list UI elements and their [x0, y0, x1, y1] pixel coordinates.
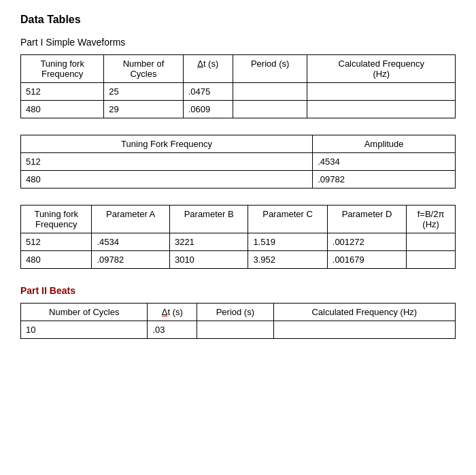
- t3-r2-c3: 3010: [169, 251, 248, 269]
- t1-r1-c3: .0475: [183, 83, 233, 101]
- part1-title: Part I Simple Waveforms: [20, 37, 456, 48]
- t2-r2-c2: .09782: [313, 171, 456, 189]
- table2: Tuning Fork Frequency Amplitude 512 .453…: [20, 135, 456, 189]
- table1-header-4: Period (s): [233, 55, 307, 83]
- t3-r2-c1: 480: [21, 251, 92, 269]
- table-row: 480 .09782 3010 3.952 .001679: [21, 251, 456, 269]
- table4-header-4: Calculated Frequency (Hz): [273, 304, 455, 321]
- table1-header-1: Tuning forkFrequency: [21, 55, 104, 83]
- t3-r1-c4: 1.519: [248, 233, 327, 251]
- t3-r1-c5: .001272: [327, 233, 406, 251]
- t4-r1-c4: [273, 321, 455, 339]
- t2-r1-c2: .4534: [313, 153, 456, 171]
- t2-r2-c1: 480: [21, 171, 313, 189]
- t4-r1-c2: .03: [148, 321, 197, 339]
- table2-header-2: Amplitude: [313, 135, 456, 153]
- t2-r1-c1: 512: [21, 153, 313, 171]
- table3-header-2: Parameter A: [92, 206, 170, 233]
- table1-header-5: Calculated Frequency(Hz): [307, 55, 456, 83]
- t1-r1-c1: 512: [21, 83, 104, 101]
- t1-r1-c4: [233, 83, 307, 101]
- t1-r2-c4: [233, 101, 307, 118]
- table-row: 512 .4534: [21, 153, 456, 171]
- t3-r1-c6: [407, 233, 456, 251]
- table3-header-1: Tuning forkFrequency: [21, 206, 92, 233]
- table4-header-2: Δt (s): [148, 304, 197, 321]
- table1-header-3: Δt (s): [183, 55, 233, 83]
- t1-r1-c2: 25: [104, 83, 183, 101]
- table-row: 480 .09782: [21, 171, 456, 189]
- t1-r2-c1: 480: [21, 101, 104, 118]
- part2-title: Part II Beats: [20, 285, 456, 296]
- table-row: 10 .03: [21, 321, 456, 339]
- t4-r1-c1: 10: [21, 321, 148, 339]
- table-row: 512 .4534 3221 1.519 .001272: [21, 233, 456, 251]
- t3-r1-c1: 512: [21, 233, 92, 251]
- table4-header-1: Number of Cycles: [21, 304, 148, 321]
- t1-r1-c5: [307, 83, 456, 101]
- table1-header-2: Number ofCycles: [104, 55, 183, 83]
- table3-header-4: Parameter C: [248, 206, 327, 233]
- table4-header-3: Period (s): [197, 304, 273, 321]
- table-row: 512 25 .0475: [21, 83, 456, 101]
- table-row: 480 29 .0609: [21, 101, 456, 118]
- t1-r2-c3: .0609: [183, 101, 233, 118]
- t1-r2-c5: [307, 101, 456, 118]
- table3-header-3: Parameter B: [169, 206, 248, 233]
- table3-header-5: Parameter D: [327, 206, 406, 233]
- t3-r2-c4: 3.952: [248, 251, 327, 269]
- t4-r1-c3: [197, 321, 273, 339]
- t3-r1-c2: .4534: [92, 233, 170, 251]
- t3-r2-c5: .001679: [327, 251, 406, 269]
- t3-r2-c6: [407, 251, 456, 269]
- table2-header-1: Tuning Fork Frequency: [21, 135, 313, 153]
- page-title: Data Tables: [20, 14, 456, 26]
- table1: Tuning forkFrequency Number ofCycles Δt …: [20, 54, 456, 118]
- t3-r1-c3: 3221: [169, 233, 248, 251]
- table4: Number of Cycles Δt (s) Period (s) Calcu…: [20, 303, 456, 339]
- table3-header-6: f=B/2π(Hz): [407, 206, 456, 233]
- t1-r2-c2: 29: [104, 101, 183, 118]
- t3-r2-c2: .09782: [92, 251, 170, 269]
- table3: Tuning forkFrequency Parameter A Paramet…: [20, 205, 456, 269]
